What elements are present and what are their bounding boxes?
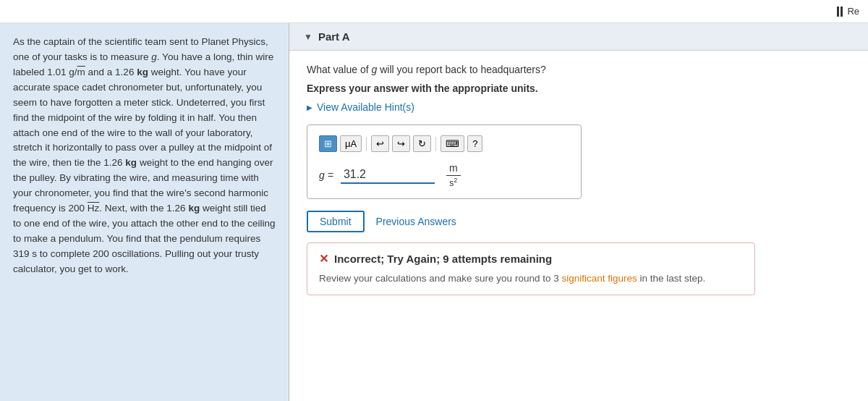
- refresh-icon: ↻: [418, 138, 426, 149]
- right-panel: ▼ Part A What value of g will you report…: [289, 23, 868, 401]
- actions-row: Submit Previous Answers: [307, 211, 851, 232]
- previous-answers-link[interactable]: Previous Answers: [376, 216, 456, 227]
- re-label: Re: [847, 6, 859, 17]
- undo-icon: ↩: [376, 138, 384, 149]
- help-button[interactable]: ?: [467, 135, 482, 152]
- matrix-button[interactable]: ⊞: [319, 135, 337, 152]
- top-bar: Re: [0, 0, 868, 23]
- answer-box: ⊞ μΑ ↩ ↪ ↻: [307, 124, 582, 199]
- part-label: Part A: [318, 30, 350, 43]
- help-icon: ?: [472, 138, 477, 149]
- hint-triangle-icon: ▶: [307, 104, 312, 111]
- top-bar-right: Re: [837, 6, 859, 17]
- feedback-box: ✕ Incorrect; Try Again; 9 attempts remai…: [307, 242, 755, 295]
- input-row: g = m s2: [319, 162, 569, 188]
- mu-button[interactable]: μΑ: [340, 135, 362, 152]
- left-panel: As the captain of the scientific team se…: [0, 23, 289, 401]
- g-label: g =: [319, 169, 333, 181]
- problem-text: As the captain of the scientific team se…: [13, 35, 276, 277]
- sig-fig-text: significant figures: [561, 273, 637, 284]
- bars-icon: [837, 7, 843, 17]
- x-icon: ✕: [319, 252, 328, 266]
- redo-button[interactable]: ↪: [392, 135, 410, 152]
- answer-input[interactable]: [341, 166, 435, 184]
- unit-denominator: s2: [449, 176, 457, 188]
- hint-label: View Available Hint(s): [317, 101, 414, 113]
- unit-numerator: m: [446, 162, 461, 176]
- feedback-title: ✕ Incorrect; Try Again; 9 attempts remai…: [319, 252, 743, 266]
- matrix-icon: ⊞: [324, 138, 332, 149]
- submit-button[interactable]: Submit: [307, 211, 365, 232]
- feedback-body: Review your calculations and make sure y…: [319, 271, 743, 286]
- feedback-suffix: in the last step.: [637, 273, 706, 284]
- keyboard-button[interactable]: ⌨: [441, 135, 464, 152]
- question-text: What value of g will you report back to …: [307, 64, 851, 75]
- keyboard-icon: ⌨: [446, 138, 459, 149]
- refresh-button[interactable]: ↻: [413, 135, 431, 152]
- unit-fraction: m s2: [446, 162, 461, 188]
- toolbar: ⊞ μΑ ↩ ↪ ↻: [319, 135, 569, 152]
- main-layout: As the captain of the scientific team se…: [0, 23, 868, 401]
- instruction-text: Express your answer with the appropriate…: [307, 83, 851, 94]
- part-header: ▼ Part A: [289, 23, 868, 51]
- toolbar-separator: [366, 137, 367, 151]
- mu-label: μΑ: [345, 138, 357, 149]
- chevron-down-icon[interactable]: ▼: [304, 32, 312, 42]
- toolbar-separator-2: [435, 137, 436, 151]
- feedback-prefix: Review your calculations and make sure y…: [319, 273, 561, 284]
- content-area: What value of g will you report back to …: [289, 51, 868, 308]
- feedback-title-text: Incorrect; Try Again; 9 attempts remaini…: [334, 253, 552, 265]
- undo-button[interactable]: ↩: [371, 135, 389, 152]
- redo-icon: ↪: [397, 138, 405, 149]
- hint-link[interactable]: ▶ View Available Hint(s): [307, 101, 851, 113]
